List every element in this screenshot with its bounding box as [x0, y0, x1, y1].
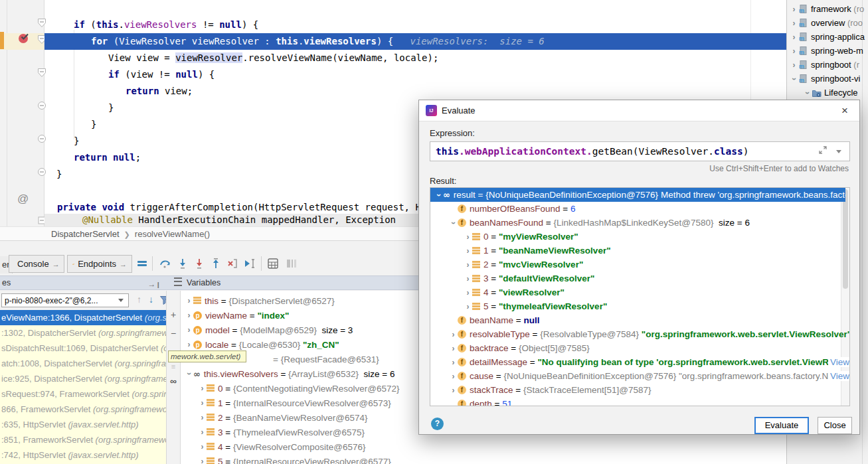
tree-row[interactable]: ›fdetailMessage = "No qualifying bean of… — [430, 355, 850, 369]
tree-chevron-icon[interactable]: › — [185, 340, 193, 349]
stack-frame[interactable]: :1302, DispatcherServlet (org.springfram… — [0, 325, 166, 341]
tree-chevron-icon[interactable]: › — [464, 260, 472, 270]
dialog-titlebar[interactable]: IJ Evaluate × — [419, 100, 859, 121]
tree-row[interactable]: ›fbacktrace = {Object[5]@7585} — [430, 341, 850, 355]
stack-frame[interactable]: :851, FrameworkServlet (org.springframew… — [0, 432, 166, 447]
menu-icon[interactable] — [174, 277, 182, 286]
tree-chevron-icon[interactable]: › — [185, 325, 193, 335]
tree-row[interactable]: ›1 = "beanNameViewResolver" — [430, 244, 850, 258]
sidebar-item-framework[interactable]: ›mframework (ro — [787, 2, 868, 16]
tree-row[interactable]: ›fresolvableType = {ResolvableType@7584}… — [430, 327, 850, 341]
tree-chevron-icon[interactable]: › — [790, 46, 798, 56]
watches-icon[interactable]: ∞ — [167, 376, 180, 386]
tree-row[interactable]: ›4 = "viewResolver" — [430, 285, 850, 299]
tree-chevron-icon[interactable]: › — [449, 330, 458, 339]
sidebar-item-overview[interactable]: ›moverview (roo — [787, 16, 868, 30]
help-icon[interactable]: ? — [431, 418, 444, 430]
code-line[interactable]: if (this.viewResolvers != null) { — [44, 17, 786, 33]
tree-row[interactable]: ›fstackTrace = {StackTraceElement[51]@75… — [430, 383, 850, 397]
step-out-icon[interactable] — [210, 258, 222, 270]
next-frame-icon[interactable]: ↓ — [149, 294, 153, 305]
sidebar-item-springboot-vi[interactable]: ›mspringboot-vi — [787, 72, 868, 86]
sidebar-item-spring-applica[interactable]: ›mspring-applica — [787, 30, 868, 44]
remove-watch-icon[interactable]: − — [167, 328, 180, 339]
tree-chevron-icon[interactable]: › — [464, 302, 472, 311]
evaluate-button[interactable]: Evaluate — [754, 417, 809, 434]
tree-chevron-icon[interactable]: › — [185, 311, 193, 320]
tree-chevron-icon[interactable]: › — [790, 60, 798, 70]
stack-frame[interactable]: ice:925, DispatcherServlet (org.springfr… — [0, 371, 166, 386]
tree-chevron-icon[interactable]: › — [449, 386, 458, 395]
execution-line[interactable]: for (ViewResolver viewResolver : this.vi… — [44, 33, 786, 50]
tree-chevron-icon[interactable]: › — [198, 442, 207, 451]
tree-chevron-icon[interactable]: › — [185, 296, 193, 305]
step-into-icon[interactable] — [177, 258, 189, 270]
view-link[interactable]: View — [828, 357, 849, 367]
tree-chevron-icon[interactable]: › — [803, 88, 812, 97]
tree-chevron-icon[interactable]: › — [464, 232, 472, 242]
frames-panel-header[interactable]: es →❙ — [0, 275, 166, 290]
step-over-icon[interactable] — [159, 258, 171, 270]
drop-frame-icon[interactable] — [226, 258, 238, 270]
sidebar-item-spring-web-m[interactable]: ›mspring-web-m — [787, 44, 868, 58]
tree-row[interactable]: ›fcause = {NoUniqueBeanDefinitionExcepti… — [430, 369, 850, 383]
stack-frame[interactable]: 866, FrameworkServlet (org.springframewo — [0, 402, 166, 417]
code-line[interactable]: if (view != null) { — [44, 66, 786, 83]
tree-chevron-icon[interactable]: › — [198, 384, 207, 393]
stack-frame[interactable]: :635, HttpServlet (javax.servlet.http) — [0, 417, 166, 432]
tree-row[interactable]: ›∞result = {NoUniqueBeanDefinitionExcept… — [430, 188, 845, 202]
thread-selector[interactable]: p-nio-8080-exec-2"@6,2... — [1, 293, 129, 307]
stack-frame[interactable]: atch:1008, DispatcherServlet (org.spring… — [0, 356, 166, 371]
tree-chevron-icon[interactable]: › — [790, 74, 799, 83]
sidebar-item-springboot[interactable]: ›mspringboot (r — [787, 58, 868, 72]
evaluate-expression-icon[interactable] — [267, 258, 279, 270]
force-step-into-icon[interactable] — [193, 258, 205, 270]
history-chevron-icon[interactable] — [836, 150, 841, 153]
tree-row[interactable]: ›5 = "thymeleafViewResolver" — [430, 299, 850, 313]
code-line[interactable]: return view; — [44, 83, 786, 100]
sidebar-item-Lifecycle[interactable]: ›Lifecycle — [787, 86, 868, 100]
stack-frame[interactable]: eViewName:1366, DispatcherServlet (org.s… — [0, 310, 166, 325]
tree-chevron-icon[interactable]: › — [449, 372, 458, 381]
tree-row[interactable]: fdepth = 51 — [430, 397, 850, 406]
view-link[interactable]: View — [828, 371, 849, 381]
tree-row[interactable]: ›2 = "mvcViewResolver" — [430, 258, 850, 271]
tree-chevron-icon[interactable]: › — [198, 413, 207, 422]
tree-row[interactable]: ›fbeanNamesFound = {LinkedHashMap$Linked… — [430, 216, 850, 230]
stack-frame[interactable]: :742, HttpServlet (javax.servlet.http) — [0, 447, 166, 463]
tree-row[interactable]: ›3 = "defaultViewResolver" — [430, 271, 850, 285]
expand-editor-icon[interactable] — [818, 145, 827, 155]
breakpoint-icon[interactable] — [18, 32, 30, 44]
breadcrumb-method[interactable]: resolveViewName() — [135, 229, 210, 239]
add-watch-icon[interactable]: + — [167, 309, 180, 320]
tree-chevron-icon[interactable]: › — [185, 370, 194, 378]
tab-endpoints[interactable]: Endpoints → — [67, 255, 132, 273]
tree-row[interactable]: ›5 = {InternalResourceViewResolver@6577} — [181, 454, 786, 464]
tree-chevron-icon[interactable]: › — [790, 5, 798, 14]
tree-chevron-icon[interactable]: › — [434, 191, 444, 199]
tree-chevron-icon[interactable]: › — [464, 274, 472, 283]
prev-frame-icon[interactable]: ↑ — [137, 294, 141, 305]
pin-icon[interactable]: →❙ — [147, 277, 161, 292]
tree-chevron-icon[interactable]: › — [790, 33, 798, 42]
tab-console[interactable]: Console → — [9, 255, 64, 273]
tree-chevron-icon[interactable]: › — [198, 457, 207, 464]
tree-chevron-icon[interactable]: › — [198, 398, 207, 408]
tree-chevron-icon[interactable]: › — [449, 218, 458, 227]
tree-chevron-icon[interactable]: › — [449, 344, 458, 353]
result-tree[interactable]: ›∞result = {NoUniqueBeanDefinitionExcept… — [430, 187, 850, 406]
tree-chevron-icon[interactable]: › — [198, 427, 207, 437]
show-watches-icon[interactable]: ≡ — [167, 362, 180, 370]
close-button[interactable]: Close — [818, 417, 852, 434]
stack-frame[interactable]: sRequest:974, FrameworkServlet (org.spri… — [0, 386, 166, 402]
code-line[interactable]: View view = viewResolver.resolveViewName… — [44, 50, 786, 66]
tree-chevron-icon[interactable]: › — [449, 358, 458, 367]
tree-row[interactable]: ›0 = "myViewResolver" — [430, 230, 850, 244]
tree-chevron-icon[interactable]: › — [464, 288, 472, 297]
tree-row[interactable]: fbeanName = null — [430, 313, 850, 327]
tree-chevron-icon[interactable]: › — [464, 246, 472, 256]
expression-input[interactable]: this.webApplicationContext.getBean(ViewR… — [430, 141, 850, 161]
run-to-cursor-icon[interactable] — [244, 258, 256, 270]
tree-row[interactable]: ›4 = {ViewResolverComposite@6576} — [181, 439, 786, 454]
tree-row[interactable]: fnumberOfBeansFound = 6 — [430, 202, 850, 216]
